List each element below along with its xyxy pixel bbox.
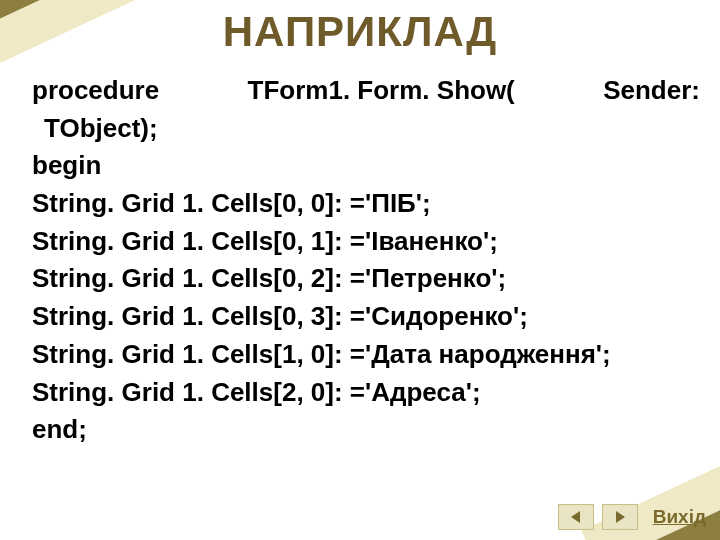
triangle-right-icon (613, 510, 627, 524)
svg-marker-1 (616, 511, 625, 523)
procedure-signature-line1: procedure TForm1. Form. Show( Sender: (32, 72, 700, 110)
next-button[interactable] (602, 504, 638, 530)
code-line: String. Grid 1. Cells[1, 0]: ='Дата наро… (32, 336, 700, 374)
prev-button[interactable] (558, 504, 594, 530)
code-line: String. Grid 1. Cells[2, 0]: ='Адреса'; (32, 374, 700, 412)
param-sender: Sender: (603, 72, 700, 110)
code-line: String. Grid 1. Cells[0, 2]: ='Петренко'… (32, 260, 700, 298)
keyword-begin: begin (32, 147, 700, 185)
triangle-left-icon (569, 510, 583, 524)
slide: НАПРИКЛАД procedure TForm1. Form. Show( … (0, 0, 720, 540)
exit-link[interactable]: Вихід (653, 506, 706, 528)
keyword-procedure: procedure (32, 72, 159, 110)
code-block: procedure TForm1. Form. Show( Sender: TO… (32, 72, 700, 449)
param-tobject: TObject); (32, 110, 700, 148)
code-line: String. Grid 1. Cells[0, 1]: ='Іваненко'… (32, 223, 700, 261)
procedure-name: TForm1. Form. Show( (248, 72, 515, 110)
slide-nav (558, 504, 638, 530)
code-line: String. Grid 1. Cells[0, 3]: ='Сидоренко… (32, 298, 700, 336)
keyword-end: end; (32, 411, 700, 449)
code-line: String. Grid 1. Cells[0, 0]: ='ПІБ'; (32, 185, 700, 223)
svg-marker-0 (571, 511, 580, 523)
